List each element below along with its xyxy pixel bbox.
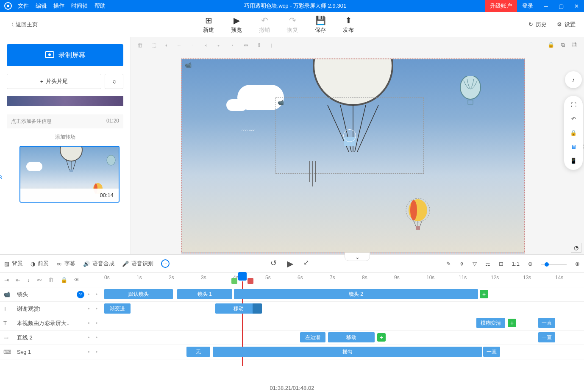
timeline-clip[interactable]: 无 [186, 347, 210, 357]
export-icon[interactable]: ⇤ [16, 277, 20, 283]
minimap-toggle[interactable]: ◔ [571, 243, 581, 253]
layer-down-icon[interactable]: ↓ [27, 277, 30, 283]
trash-icon[interactable]: 🗑 [48, 277, 54, 283]
help-icon[interactable]: ? [77, 291, 84, 298]
lock-layer-icon[interactable]: 🔒 [61, 277, 67, 283]
align-left-icon[interactable]: ⫞ [165, 42, 168, 48]
track-lane[interactable]: 左边渐移动+一直 [104, 331, 584, 345]
visibility-icon[interactable]: 👁 [74, 277, 80, 283]
head-tail-button[interactable]: +片头片尾 [7, 74, 101, 89]
ratio-icon[interactable]: 1:1 [512, 261, 520, 267]
canvas-stage[interactable]: 📹 〰 〰 谢谢观赏! 📹 [181, 58, 525, 253]
scene-thumbnail[interactable]: 00:14 [19, 146, 120, 203]
collapse-handle[interactable]: ⌄ [345, 253, 370, 261]
marker-green[interactable] [231, 278, 237, 284]
menu-file[interactable]: 文件 [18, 2, 29, 10]
track-lane[interactable]: 默认镜头镜头 1镜头 2+ [104, 287, 584, 301]
rotate-handle[interactable] [343, 129, 356, 142]
more-tabs-button[interactable]: ⋯ [161, 259, 170, 268]
add-clip-button[interactable]: + [480, 290, 488, 298]
back-home-link[interactable]: 〈 返回主页 [8, 21, 38, 28]
new-button[interactable]: ⊞新建 [203, 15, 214, 34]
menu-help[interactable]: 帮助 [95, 2, 106, 10]
scene-note-input[interactable]: 点击添加备注信息01:20 [7, 114, 123, 128]
minimize-button[interactable]: ─ [538, 0, 553, 12]
record-screen-button[interactable]: 录制屏幕 [7, 44, 123, 66]
lock-tool-icon[interactable]: 🔒 [570, 130, 577, 136]
undo-button[interactable]: ↶撤销 [259, 15, 270, 34]
align-right-icon[interactable]: ⫠ [190, 42, 196, 48]
add-transition-link[interactable]: 添加转场 [7, 133, 123, 141]
tab-foreground[interactable]: ◑前景 [31, 260, 49, 267]
menu-edit[interactable]: 编辑 [36, 2, 47, 10]
collapse-right-icon[interactable]: 〈 [579, 143, 584, 151]
track-name[interactable]: 本视频由万彩录屏大.. [17, 320, 84, 327]
copy-icon[interactable]: ⧉ [561, 42, 565, 48]
timeline-clip[interactable]: 一直 [483, 347, 500, 357]
timeline-clip[interactable]: 左边渐 [300, 332, 325, 342]
timeline-clip[interactable]: 移动 [328, 332, 375, 342]
preview-button[interactable]: ▶预览 [231, 15, 242, 34]
selection-box[interactable]: 📹 [275, 97, 424, 174]
desktop-view-icon[interactable]: 🖥 [571, 144, 576, 150]
settings2-icon[interactable]: ⚎ [485, 261, 490, 267]
mobile-view-icon[interactable]: 📱 [570, 158, 577, 164]
track-name[interactable]: 镜头 [17, 291, 73, 298]
track-options[interactable]: •• [88, 320, 97, 326]
track-options[interactable]: •• [88, 334, 97, 341]
aspect-icon[interactable]: ⊡ [499, 261, 503, 267]
timeline-clip[interactable]: 模糊变清 [476, 318, 505, 328]
marker-red[interactable] [248, 278, 253, 284]
tab-background[interactable]: ▨背景 [4, 260, 23, 267]
track-name[interactable]: Svg 1 [17, 349, 84, 355]
music-button[interactable]: ♫ [105, 74, 123, 89]
audio-tool-button[interactable]: ♪ [565, 71, 582, 88]
funnel-icon[interactable]: ▽ [473, 261, 477, 267]
track-name[interactable]: 直线 2 [17, 334, 84, 342]
fullscreen-icon[interactable]: ⤢ [303, 259, 309, 269]
align-center-h-icon[interactable]: ⫟ [176, 42, 182, 48]
undo-tool-icon[interactable]: ↶ [571, 116, 576, 122]
timeline-clip[interactable]: 移动 [215, 303, 262, 314]
distribute-h-icon[interactable]: ⇔ [244, 42, 248, 48]
zoom-slider[interactable] [541, 264, 567, 265]
tab-asr[interactable]: 🎤语音识别 [122, 260, 153, 267]
timeline-clip[interactable]: 一直 [538, 318, 555, 328]
lock-icon[interactable]: 🔒 [548, 42, 554, 48]
tab-tts[interactable]: 🔊语音合成 [83, 260, 114, 267]
track-lane[interactable]: 模糊变清+一直 [104, 316, 584, 330]
spacing-icon[interactable]: ⫿ [270, 42, 273, 48]
history-button[interactable]: ↻历史 [528, 21, 547, 28]
maximize-button[interactable]: ▢ [553, 0, 569, 12]
fit-screen-icon[interactable]: ⛶ [571, 102, 576, 108]
rewind-icon[interactable]: ↺ [270, 259, 277, 269]
settings-button[interactable]: ⚙设置 [557, 21, 576, 28]
zoom-out-icon[interactable]: ⊖ [528, 261, 533, 267]
add-clip-button[interactable]: + [508, 319, 516, 327]
align-middle-icon[interactable]: ⫟ [216, 42, 221, 48]
track-lane[interactable]: 渐变进移动 [104, 302, 584, 316]
timeline-clip[interactable]: 默认镜头 [104, 289, 173, 299]
publish-button[interactable]: ⬆发布 [343, 15, 354, 34]
timeline-clip[interactable]: 一直 [538, 332, 555, 342]
import-icon[interactable]: ⇥ [4, 277, 9, 283]
play-button[interactable]: ▶ [287, 259, 293, 269]
redo-button[interactable]: ↷恢复 [287, 15, 298, 34]
track-options[interactable]: •• [88, 306, 97, 312]
timeline-clip[interactable]: 镜头 1 [177, 289, 232, 299]
menu-timeline[interactable]: 时间轴 [71, 2, 88, 10]
track-name[interactable]: 谢谢观赏! [17, 305, 84, 313]
timeline-clip[interactable]: 渐变进 [104, 303, 131, 314]
add-clip-button[interactable]: + [377, 333, 386, 342]
login-button[interactable]: 登录 [517, 2, 538, 10]
tab-subtitle[interactable]: ㏄字幕 [56, 260, 75, 267]
duplicate-icon[interactable]: ⿻ [572, 42, 577, 48]
distribute-v-icon[interactable]: ⇕ [257, 42, 261, 48]
edit-icon[interactable]: ✎ [446, 261, 451, 267]
link-icon[interactable]: ⚯ [37, 277, 42, 283]
track-lane[interactable]: 无摇匀一直 [104, 345, 584, 359]
timeline-clip[interactable]: 摇匀 [213, 347, 482, 357]
close-button[interactable]: ✕ [569, 0, 584, 12]
delete-icon[interactable]: 🗑 [137, 42, 143, 48]
filter-icon[interactable]: ⚱ [459, 261, 464, 267]
